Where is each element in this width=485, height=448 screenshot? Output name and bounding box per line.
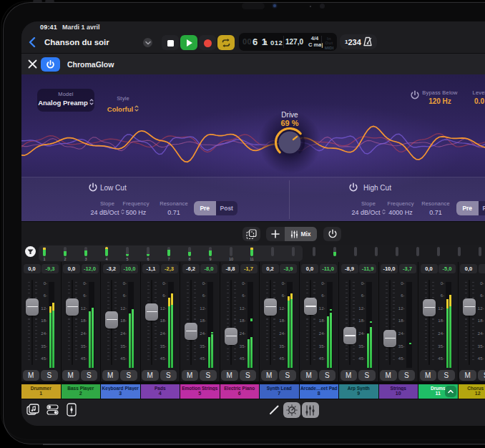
volume-value[interactable]: -10,0 — [381, 264, 398, 273]
metronome-icon[interactable] — [362, 36, 373, 47]
plugin-power-button[interactable] — [41, 57, 60, 72]
track-label-7[interactable]: Synth Lead7 — [260, 384, 299, 399]
track-label-5[interactable]: Emotion Strings5 — [180, 384, 220, 399]
add-plugin-button[interactable] — [266, 227, 285, 241]
channel-strip-9[interactable]: -8,9-11,90-6-12-18-24-35-45-MS — [339, 262, 378, 381]
solo-button[interactable]: S — [438, 370, 455, 381]
track-label-12[interactable]: Chorus V12 — [459, 384, 485, 399]
lcd-display[interactable]: 00 6 1 1 012 127,0 4/4 C maj In Out MIDI — [239, 33, 337, 51]
volume-value[interactable]: -8,9 — [341, 264, 358, 273]
peak-level-value[interactable]: -3,9 — [280, 264, 297, 273]
faders-view-button[interactable] — [302, 402, 319, 418]
solo-button[interactable]: S — [358, 370, 376, 381]
peak-level-value[interactable]: -5,0 — [439, 264, 456, 273]
volume-value[interactable]: -8,8 — [222, 264, 239, 273]
volume-value[interactable]: 0,0 — [421, 264, 438, 273]
song-title-dropdown[interactable] — [143, 38, 152, 47]
navigator-filter-button[interactable] — [25, 246, 36, 257]
solo-button[interactable]: S — [398, 370, 416, 381]
low-cut-frequency[interactable]: Frequency 500 Hz — [119, 200, 153, 216]
record-button[interactable] — [199, 35, 216, 50]
mute-button[interactable]: M — [380, 370, 397, 381]
play-button[interactable] — [180, 35, 197, 50]
mute-button[interactable]: M — [221, 370, 238, 381]
count-in-button[interactable]: 1234 — [340, 34, 377, 49]
high-cut-frequency[interactable]: Frequency 4000 Hz — [383, 200, 418, 216]
track-label-9[interactable]: Arp Synth9 — [339, 384, 378, 399]
mute-button[interactable]: M — [420, 370, 437, 381]
mute-button[interactable]: M — [102, 370, 119, 381]
fader-cap[interactable] — [423, 299, 436, 316]
track-label-10[interactable]: Strings10 — [379, 384, 418, 399]
fader-cap[interactable] — [343, 327, 356, 344]
pencil-tool-icon[interactable] — [269, 404, 280, 415]
peak-level-value[interactable]: -12,0 — [82, 264, 99, 273]
track-label-11[interactable]: Drums11 — [418, 384, 458, 399]
high-cut-pre-button[interactable]: Pre — [456, 201, 479, 215]
volume-value[interactable]: 0,0 — [63, 264, 80, 273]
channel-strip-10[interactable]: -10,0-3,70-6-12-18-24-35-45-MS — [379, 262, 418, 381]
channel-strip-6[interactable]: -8,8-1,70-6-12-18-24-35-45-MS — [220, 262, 260, 381]
channel-strip-4[interactable]: -1,1-2,30-6-12-18-24-35-45-MS — [141, 262, 180, 381]
track-label-3[interactable]: Keyboard Player3 — [101, 384, 140, 399]
channel-strip-icon[interactable] — [67, 403, 77, 417]
volume-value[interactable]: 0,0 — [460, 264, 477, 273]
mute-button[interactable]: M — [300, 370, 318, 381]
low-cut-pre-button[interactable]: Pre — [194, 201, 216, 215]
fader-cap[interactable] — [383, 330, 396, 347]
drive-knob[interactable] — [270, 122, 310, 162]
solo-button[interactable]: S — [200, 370, 217, 381]
cycle-button[interactable] — [217, 35, 235, 50]
low-cut-power-icon[interactable] — [88, 182, 98, 193]
solo-button[interactable]: S — [279, 370, 296, 381]
style-select[interactable]: Style Colorful — [101, 90, 145, 113]
track-label-1[interactable]: Drummer1 — [21, 384, 61, 399]
mute-button[interactable]: M — [261, 370, 278, 381]
channel-strip-3[interactable]: -3,2-10,00-6-12-18-24-35-45-MS — [101, 262, 140, 381]
volume-value[interactable]: -3,2 — [103, 264, 120, 273]
solo-button[interactable]: S — [81, 370, 98, 381]
fader-cap[interactable] — [66, 298, 79, 316]
mute-button[interactable]: M — [62, 370, 79, 381]
track-label-8[interactable]: Arcade…eet Pad8 — [300, 384, 339, 399]
fader-cap[interactable] — [264, 298, 277, 316]
fader-cap[interactable] — [463, 298, 476, 316]
mix-tab-button[interactable]: Mix — [285, 227, 317, 241]
high-cut-slope[interactable]: Slope 24 dB/Oct — [348, 200, 388, 216]
loops-browser-icon[interactable] — [26, 404, 39, 416]
solo-button[interactable]: S — [41, 370, 58, 381]
volume-value[interactable]: 0,0 — [301, 264, 318, 273]
solo-button[interactable]: S — [240, 370, 257, 381]
high-cut-power-icon[interactable] — [348, 182, 358, 193]
peak-level-value[interactable]: -8,0 — [200, 264, 217, 273]
fader-cap[interactable] — [225, 328, 237, 345]
track-label-6[interactable]: Electric Piano6 — [220, 384, 260, 399]
fader-cap[interactable] — [185, 323, 197, 340]
solo-button[interactable]: S — [120, 370, 137, 381]
high-cut-post-button[interactable]: Post — [479, 201, 485, 215]
channel-strip-2[interactable]: 0,0-12,00-6-12-18-24-35-45-MS — [62, 262, 101, 381]
peak-level-value[interactable]: -1,7 — [240, 264, 258, 273]
track-label-4[interactable]: Pads4 — [141, 384, 180, 399]
fader-cap[interactable] — [304, 298, 317, 315]
channel-strip-11[interactable]: 0,0-5,00-6-12-18-24-35-45-MS — [418, 262, 458, 381]
peak-level-value[interactable]: -2,3 — [161, 264, 178, 273]
mute-button[interactable]: M — [142, 370, 159, 381]
volume-value[interactable]: 0,2 — [262, 264, 279, 273]
channel-strip-5[interactable]: -6,2-8,00-6-12-18-24-35-45-MS — [180, 262, 220, 381]
mute-button[interactable]: M — [459, 370, 476, 381]
back-chevron-icon[interactable] — [29, 37, 36, 47]
solo-button[interactable]: S — [319, 370, 336, 381]
peak-level-value[interactable] — [479, 264, 485, 273]
song-title[interactable]: Chanson du soir — [44, 38, 109, 47]
duplicate-button[interactable] — [242, 227, 260, 241]
channel-strip-8[interactable]: 0,0-11,00-6-12-18-24-35-45-MS — [300, 262, 339, 381]
model-select[interactable]: Model Analog Preamp — [37, 89, 94, 112]
low-cut-post-button[interactable]: Post — [216, 201, 238, 215]
channel-strip-1[interactable]: 0,0-9,30-6-12-18-24-35-45-MS — [21, 262, 61, 381]
stop-button[interactable] — [162, 35, 179, 50]
fader-cap[interactable] — [105, 311, 118, 328]
level-control[interactable]: Level 0.0 — [451, 89, 485, 105]
channel-strip-12[interactable]: 0,00-6-12-18-24-35-45-MS — [459, 262, 485, 381]
mute-button[interactable]: M — [23, 370, 40, 381]
